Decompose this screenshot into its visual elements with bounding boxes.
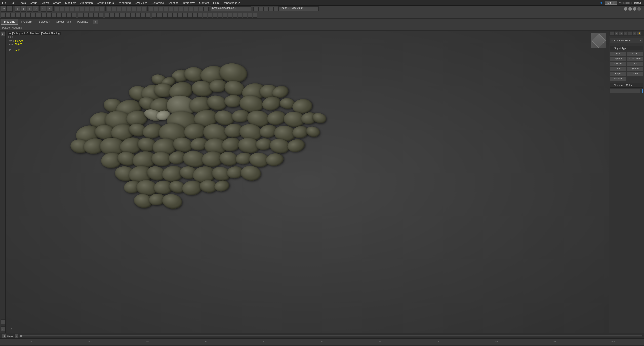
tb-btn-30[interactable]	[204, 7, 209, 11]
tb-btn-29[interactable]	[199, 7, 204, 11]
move-btn[interactable]: ✛	[21, 6, 26, 12]
tb2-btn-3[interactable]	[11, 13, 16, 18]
tb-btn-28[interactable]	[194, 7, 198, 11]
tb2-btn-48[interactable]	[243, 13, 247, 18]
prim-cylinder[interactable]: Cylinder	[610, 61, 626, 66]
tb2-btn-25[interactable]	[125, 13, 130, 18]
tb2-btn-12[interactable]	[56, 13, 61, 18]
tb2-btn-27[interactable]	[135, 13, 140, 18]
menu-edit[interactable]: Edit	[9, 1, 17, 5]
prim-torus[interactable]: Torus	[610, 66, 626, 71]
tb2-btn-46[interactable]	[233, 13, 237, 18]
window-extra[interactable]	[637, 7, 641, 11]
tb-btn-26[interactable]	[184, 7, 188, 11]
tb-btn-32[interactable]	[258, 7, 263, 11]
tb2-btn-44[interactable]	[223, 13, 227, 18]
tb-btn-7[interactable]	[85, 7, 89, 11]
tb2-btn-29[interactable]	[145, 13, 150, 18]
tb2-btn-30[interactable]	[152, 13, 157, 18]
menu-animation[interactable]: Animation	[78, 1, 95, 5]
tb2-btn-2[interactable]	[6, 13, 11, 18]
object-type-header[interactable]: Object Type	[610, 46, 643, 50]
left-panel-expand[interactable]: ▶	[1, 32, 5, 36]
tb-btn-18[interactable]	[142, 7, 146, 11]
prim-textplus[interactable]: TextPlus	[610, 76, 626, 81]
scale-btn[interactable]: ⬡	[33, 6, 38, 12]
viewport-label[interactable]: [+] [Orthographic] [Standard] [Default S…	[8, 32, 61, 35]
tb2-btn-9[interactable]	[41, 13, 46, 18]
color-swatch[interactable]	[642, 89, 643, 93]
left-gizmo[interactable]: +	[1, 319, 5, 324]
tb-btn-23[interactable]	[169, 7, 173, 11]
tab-selection[interactable]: Selection	[35, 19, 53, 25]
tb2-btn-49[interactable]	[248, 13, 252, 18]
redo-button[interactable]: ↪	[7, 6, 13, 12]
tb-btn-34[interactable]	[268, 7, 273, 11]
window-minimize[interactable]	[624, 7, 627, 11]
tb2-btn-31[interactable]	[157, 13, 162, 18]
align-btn[interactable]: ≡	[47, 6, 52, 12]
tb-btn-27[interactable]	[189, 7, 193, 11]
tb2-btn-10[interactable]	[46, 13, 51, 18]
tb2-btn-18[interactable]	[88, 13, 93, 18]
rp-icon-6[interactable]: ⚙	[633, 31, 637, 35]
renderer-dropdown[interactable]: Linear... + Max 2020	[278, 6, 319, 11]
tb2-btn-39[interactable]	[197, 13, 202, 18]
rp-icon-7[interactable]: ⚡	[637, 31, 641, 35]
tb-btn-33[interactable]	[263, 7, 268, 11]
viewport[interactable]: [+] [Orthographic] [Standard] [Default S…	[6, 31, 609, 333]
menu-tools[interactable]: Tools	[17, 1, 28, 5]
tab-dropdown-btn[interactable]: ▾	[93, 20, 98, 24]
tb2-btn-8[interactable]	[36, 13, 41, 18]
menu-create[interactable]: Create	[51, 1, 63, 5]
tb2-btn-22[interactable]	[110, 13, 115, 18]
object-name-input[interactable]	[610, 89, 641, 93]
tb2-btn-20[interactable]	[98, 13, 103, 18]
menu-scripting[interactable]: Scripting	[166, 1, 181, 5]
tb2-btn-1[interactable]	[1, 13, 6, 18]
tab-extra-btn[interactable]: ▾	[93, 20, 98, 24]
timeline-left-arrow[interactable]: ◀	[2, 334, 6, 338]
menu-content[interactable]: Content	[197, 1, 211, 5]
rp-icon-5[interactable]: ≣	[628, 31, 632, 35]
tb2-btn-42[interactable]	[213, 13, 217, 18]
tb2-btn-5[interactable]	[21, 13, 26, 18]
left-gizmo2[interactable]: ⊡	[1, 326, 5, 331]
tb-btn-16[interactable]	[132, 7, 136, 11]
rp-icon-2[interactable]: ⊞	[615, 31, 619, 35]
create-selection-dropdown[interactable]: Create Selection Se...	[211, 6, 251, 11]
tb2-btn-15[interactable]	[71, 13, 76, 18]
tab-object-paint[interactable]: Object Paint	[53, 19, 74, 25]
tb-btn-2[interactable]	[60, 7, 64, 11]
menu-rendering[interactable]: Rendering	[116, 1, 133, 5]
tb2-btn-38[interactable]	[192, 13, 197, 18]
timeline-handle[interactable]	[20, 335, 22, 337]
tb2-btn-7[interactable]	[31, 13, 36, 18]
prim-tube[interactable]: Tube	[627, 61, 643, 66]
tab-populate[interactable]: Populate	[74, 19, 91, 25]
tb2-btn-21[interactable]	[105, 13, 110, 18]
tb-btn-4[interactable]	[70, 7, 74, 11]
mirror-btn[interactable]: ⟺	[41, 6, 46, 12]
tb-btn-5[interactable]	[75, 7, 79, 11]
window-close[interactable]	[633, 7, 636, 11]
tb2-btn-13[interactable]	[61, 13, 66, 18]
tb2-btn-28[interactable]	[140, 13, 145, 18]
tb2-btn-24[interactable]	[120, 13, 125, 18]
tb-btn-12[interactable]	[112, 7, 116, 11]
tb-btn-17[interactable]	[137, 7, 141, 11]
tb2-btn-23[interactable]	[115, 13, 120, 18]
window-maximize[interactable]	[628, 7, 632, 11]
standard-primitives-dropdown[interactable]: Standard Primitives ▾	[610, 38, 643, 43]
tb-btn-21[interactable]	[159, 7, 163, 11]
menu-interactive[interactable]: Interactive	[181, 1, 197, 5]
name-color-header[interactable]: Name and Color	[610, 83, 643, 88]
menu-customize[interactable]: Customize	[149, 1, 166, 5]
select-btn[interactable]: ▷	[15, 6, 20, 12]
tb2-btn-50[interactable]	[253, 13, 257, 18]
tb-btn-24[interactable]	[174, 7, 178, 11]
prim-geosphere[interactable]: GeoSphere	[627, 56, 643, 61]
menu-views[interactable]: Views	[39, 1, 51, 5]
tb-btn-14[interactable]	[122, 7, 126, 11]
tb2-btn-36[interactable]	[182, 13, 187, 18]
